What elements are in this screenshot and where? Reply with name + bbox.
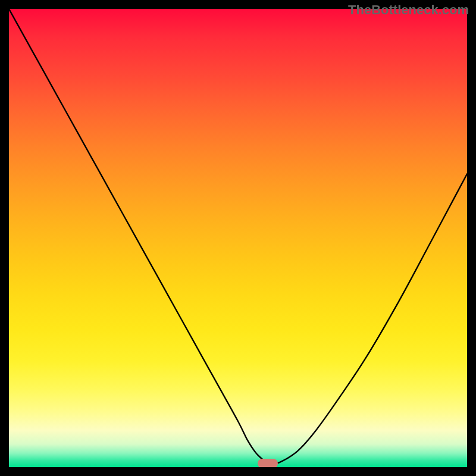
plot-area	[9, 9, 467, 467]
curve-svg	[9, 9, 467, 467]
bottleneck-curve	[9, 9, 467, 464]
watermark-text: TheBottleneck.com	[348, 2, 469, 18]
optimal-point-marker	[258, 459, 278, 467]
